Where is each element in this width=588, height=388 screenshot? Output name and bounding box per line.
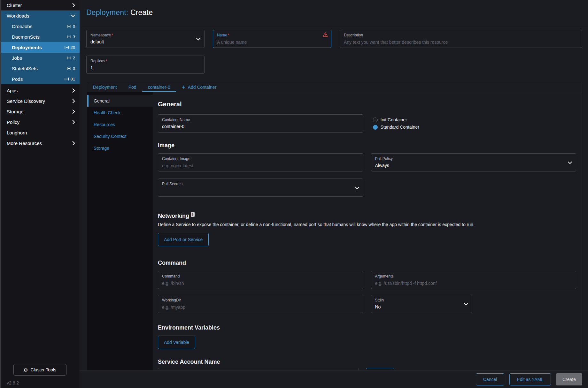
sidebar-group-label: Policy [7, 119, 72, 125]
sidebar-group-more-resources[interactable]: More Resources [1, 138, 80, 148]
tab-container-0[interactable]: container-0 [142, 82, 176, 92]
replicas-field[interactable]: Replicas* 1 [86, 56, 205, 74]
sidebar-item-label: Cluster [7, 3, 72, 8]
name-label: Name* [217, 33, 327, 37]
count-icon [67, 67, 71, 70]
sidebar-group-storage[interactable]: Storage [1, 106, 80, 117]
count-icon [65, 46, 69, 49]
sidebar-item-jobs[interactable]: Jobs 2 [1, 53, 80, 63]
count-icon [67, 56, 71, 60]
sidebar-group-workloads[interactable]: Workloads [1, 11, 80, 21]
sidebar-item-statefulsets[interactable]: StatefulSets 3 [1, 63, 80, 74]
service-account-select[interactable] [158, 368, 359, 370]
chevron-down-icon [355, 185, 359, 191]
stdin-value: No [375, 304, 468, 309]
info-icon: i [191, 212, 195, 217]
subnav-general[interactable]: General [87, 95, 153, 107]
add-container-label: Add Container [188, 85, 217, 90]
service-account-cutoff-button[interactable] [366, 368, 394, 370]
add-port-or-service-button[interactable]: Add Port or Service [158, 233, 209, 246]
action-footer: Cancel Edit as YAML Create [80, 370, 588, 388]
sidebar-item-pods[interactable]: Pods 81 [1, 74, 80, 84]
command-label: Command [162, 274, 359, 278]
subnav-security-context[interactable]: Security Context [87, 130, 153, 142]
description-input[interactable] [344, 40, 578, 45]
sidebar-item-cronjobs[interactable]: CronJobs 0 [1, 21, 80, 32]
command-heading: Command [158, 260, 576, 266]
service-account-heading: Service Account Name [158, 359, 576, 365]
form-content: Namespace* default Name* [80, 26, 588, 370]
service-account-row [158, 368, 576, 370]
sidebar-group-policy[interactable]: Policy [1, 117, 80, 127]
cluster-tools-button[interactable]: ⚙ Cluster Tools [13, 364, 66, 376]
cancel-button[interactable]: Cancel [476, 373, 505, 385]
name-input[interactable] [217, 40, 327, 45]
tab-body: General Health Check Resources Security … [87, 92, 582, 370]
radio-standard-container[interactable]: Standard Container [373, 125, 576, 130]
command-field[interactable]: Command [158, 271, 363, 289]
workingdir-input[interactable] [162, 305, 359, 310]
radio-label: Standard Container [381, 125, 419, 130]
subnav-health-check[interactable]: Health Check [87, 107, 153, 118]
count-icon [67, 25, 71, 28]
count-value: 0 [73, 24, 75, 29]
command-row-1: Command Arguments [158, 271, 576, 289]
container-image-field[interactable]: Container Image [158, 153, 363, 171]
sidebar-group-apps[interactable]: Apps [1, 85, 80, 96]
container-name-label: Container Name [162, 118, 359, 122]
sidebar-group-label: Apps [7, 88, 72, 93]
tab-pod[interactable]: Pod [123, 82, 142, 92]
name-field[interactable]: Name* [213, 30, 331, 48]
networking-heading: Networking i [158, 213, 576, 219]
chevron-down-icon [196, 36, 200, 42]
sidebar-group-label: More Resources [7, 141, 72, 146]
container-name-field[interactable]: Container Name container-0 [158, 114, 363, 133]
text-cursor [217, 39, 217, 44]
sidebar-item-longhorn[interactable]: Longhorn [1, 127, 80, 138]
pull-secrets-select[interactable]: Pull Secrets [158, 179, 363, 197]
sidebar-item-label: DaemonSets [12, 34, 67, 40]
version-label: v2.8.2 [7, 380, 19, 385]
sidebar-item-daemonsets[interactable]: DaemonSets 3 [1, 32, 80, 42]
sidebar-group-service-discovery[interactable]: Service Discovery [1, 96, 80, 106]
page-action: Create [130, 8, 153, 17]
gear-icon: ⚙ [24, 368, 28, 372]
sidebar-item-cluster[interactable]: Cluster [1, 0, 80, 11]
count-value: 3 [73, 66, 75, 71]
description-field[interactable]: Description [340, 30, 582, 48]
tab-deployment[interactable]: Deployment [87, 82, 123, 92]
app-window: Cluster Workloads CronJobs 0 DaemonSets … [0, 0, 588, 388]
radio-init-container[interactable]: Init Container [373, 117, 576, 122]
subnav-resources[interactable]: Resources [87, 118, 153, 130]
arguments-input[interactable] [375, 281, 572, 286]
stdin-select[interactable]: Stdin No [371, 295, 472, 313]
chevron-right-icon [72, 3, 75, 7]
create-button[interactable]: Create [556, 373, 582, 385]
count-badge: 3 [67, 66, 75, 71]
count-value: 81 [71, 77, 75, 81]
cluster-tools-label: Cluster Tools [30, 367, 56, 372]
required-marker: * [106, 59, 107, 63]
count-badge: 20 [65, 45, 75, 50]
container-image-input[interactable] [162, 163, 359, 168]
tab-add-container[interactable]: Add Container [176, 82, 222, 92]
sidebar-item-deployments[interactable]: Deployments 20 [1, 42, 80, 53]
namespace-select[interactable]: Namespace* default [86, 30, 205, 48]
arguments-label: Arguments [375, 274, 572, 278]
chevron-right-icon [72, 141, 75, 145]
sidebar-group-label: Workloads [7, 13, 71, 19]
pull-policy-select[interactable]: Pull Policy Always [371, 153, 576, 171]
chevron-right-icon [72, 99, 75, 103]
count-badge: 3 [67, 34, 75, 39]
plus-icon [182, 85, 186, 89]
radio-circle-icon [373, 118, 378, 122]
add-variable-button[interactable]: Add Variable [158, 336, 195, 349]
command-input[interactable] [162, 281, 359, 286]
warning-icon [323, 32, 328, 38]
edit-as-yaml-button[interactable]: Edit as YAML [509, 373, 551, 385]
resource-type-link[interactable]: Deployment: [86, 8, 128, 17]
count-value: 3 [73, 34, 75, 39]
workingdir-field[interactable]: WorkingDir [158, 295, 363, 313]
arguments-field[interactable]: Arguments [371, 271, 576, 289]
subnav-storage[interactable]: Storage [87, 142, 153, 154]
